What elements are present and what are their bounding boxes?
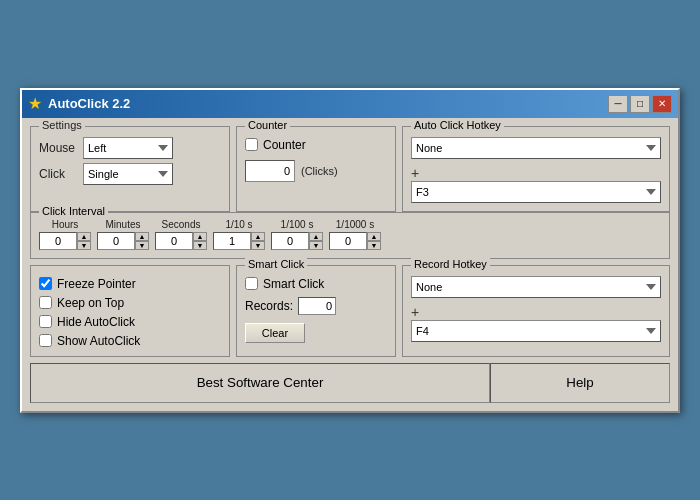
interval-hours-col: Hours ▲ ▼ [39, 219, 91, 250]
seconds-up-button[interactable]: ▲ [193, 232, 207, 241]
counter-group: Counter Counter (Clicks) [236, 126, 396, 212]
counter-group-label: Counter [245, 119, 290, 131]
mouse-select[interactable]: Left Right Middle [83, 137, 173, 159]
interval-cols: Hours ▲ ▼ Minutes ▲ [39, 219, 661, 250]
hotkey-plus-row: + [411, 163, 661, 181]
maximize-button[interactable]: □ [630, 95, 650, 113]
hotkey-top-select-row: None Ctrl Alt Shift [411, 137, 661, 159]
thousandth-spin-buttons: ▲ ▼ [367, 232, 381, 250]
best-software-center-button[interactable]: Best Software Center [30, 363, 490, 403]
keep-on-top-row: Keep on Top [39, 296, 221, 310]
seconds-spin-buttons: ▲ ▼ [193, 232, 207, 250]
thousandth-spinner: ▲ ▼ [329, 232, 381, 250]
thousandth-down-button[interactable]: ▼ [367, 241, 381, 250]
record-hotkey-group: Record Hotkey None Ctrl Alt Shift + F4 F [402, 265, 670, 357]
record-hotkey-bottom-select-row: F4 F1 F2 F3 F5 [411, 320, 661, 342]
show-autoclick-label: Show AutoClick [57, 334, 140, 348]
record-hotkey-bottom-select[interactable]: F4 F1 F2 F3 F5 [411, 320, 661, 342]
counter-checkbox-label: Counter [263, 138, 306, 152]
click-select[interactable]: Single Double [83, 163, 173, 185]
interval-thousandth-col: 1/1000 s ▲ ▼ [329, 219, 381, 250]
hotkey-top-select[interactable]: None Ctrl Alt Shift [411, 137, 661, 159]
help-button[interactable]: Help [490, 363, 670, 403]
minutes-label: Minutes [105, 219, 140, 230]
minutes-up-button[interactable]: ▲ [135, 232, 149, 241]
close-button[interactable]: ✕ [652, 95, 672, 113]
hours-spin-buttons: ▲ ▼ [77, 232, 91, 250]
hours-up-button[interactable]: ▲ [77, 232, 91, 241]
minimize-button[interactable]: ─ [608, 95, 628, 113]
seconds-label: Seconds [162, 219, 201, 230]
interval-tenth-col: 1/10 s ▲ ▼ [213, 219, 265, 250]
seconds-down-button[interactable]: ▼ [193, 241, 207, 250]
window-title: AutoClick 2.2 [48, 96, 130, 111]
tenth-down-button[interactable]: ▼ [251, 241, 265, 250]
records-value: 0 [298, 297, 336, 315]
minutes-down-button[interactable]: ▼ [135, 241, 149, 250]
interval-hundredth-col: 1/100 s ▲ ▼ [271, 219, 323, 250]
counter-value-input[interactable] [245, 160, 295, 182]
hundredth-down-button[interactable]: ▼ [309, 241, 323, 250]
freeze-pointer-checkbox[interactable] [39, 277, 52, 290]
settings-group-label: Settings [39, 119, 85, 131]
show-autoclick-checkbox[interactable] [39, 334, 52, 347]
record-hotkey-plus-icon: + [411, 304, 419, 320]
hours-spinner: ▲ ▼ [39, 232, 91, 250]
auto-click-hotkey-group: Auto Click Hotkey None Ctrl Alt Shift + … [402, 126, 670, 212]
clear-button[interactable]: Clear [245, 323, 305, 343]
hours-down-button[interactable]: ▼ [77, 241, 91, 250]
tenth-spin-buttons: ▲ ▼ [251, 232, 265, 250]
minutes-input[interactable] [97, 232, 135, 250]
title-star-icon: ★ [28, 94, 42, 113]
mouse-row: Mouse Left Right Middle [39, 137, 221, 159]
tenth-spinner: ▲ ▼ [213, 232, 265, 250]
hours-label: Hours [52, 219, 79, 230]
seconds-input[interactable] [155, 232, 193, 250]
hide-autoclick-label: Hide AutoClick [57, 315, 135, 329]
keep-on-top-checkbox[interactable] [39, 296, 52, 309]
seconds-spinner: ▲ ▼ [155, 232, 207, 250]
interval-seconds-col: Seconds ▲ ▼ [155, 219, 207, 250]
interval-section: Click Interval Hours ▲ ▼ Minutes [30, 212, 670, 259]
counter-unit-label: (Clicks) [301, 165, 338, 177]
thousandth-input[interactable] [329, 232, 367, 250]
thousandth-up-button[interactable]: ▲ [367, 232, 381, 241]
title-buttons: ─ □ ✕ [608, 95, 672, 113]
tenth-input[interactable] [213, 232, 251, 250]
interval-minutes-col: Minutes ▲ ▼ [97, 219, 149, 250]
window-body: Settings Mouse Left Right Middle Click S… [22, 118, 678, 411]
left-checkboxes-group: Freeze Pointer Keep on Top Hide AutoClic… [30, 265, 230, 357]
clear-button-row: Clear [245, 323, 387, 343]
counter-checkbox[interactable] [245, 138, 258, 151]
hotkey-bottom-select[interactable]: F3 F1 F2 F4 F5 [411, 181, 661, 203]
keep-on-top-label: Keep on Top [57, 296, 124, 310]
record-hotkey-top-select-row: None Ctrl Alt Shift [411, 276, 661, 298]
footer: Best Software Center Help [30, 363, 670, 403]
minutes-spin-buttons: ▲ ▼ [135, 232, 149, 250]
hundredth-label: 1/100 s [281, 219, 314, 230]
counter-checkbox-row: Counter [245, 138, 387, 152]
title-bar: ★ AutoClick 2.2 ─ □ ✕ [22, 90, 678, 118]
click-label: Click [39, 167, 77, 181]
record-hotkey-top-select[interactable]: None Ctrl Alt Shift [411, 276, 661, 298]
hundredth-input[interactable] [271, 232, 309, 250]
hours-input[interactable] [39, 232, 77, 250]
auto-click-hotkey-label: Auto Click Hotkey [411, 119, 504, 131]
smart-click-checkbox[interactable] [245, 277, 258, 290]
settings-group: Settings Mouse Left Right Middle Click S… [30, 126, 230, 212]
counter-value-row: (Clicks) [245, 160, 387, 182]
click-row: Click Single Double [39, 163, 221, 185]
interval-group-label: Click Interval [39, 205, 108, 217]
hotkey-bottom-select-row: F3 F1 F2 F4 F5 [411, 181, 661, 203]
hide-autoclick-row: Hide AutoClick [39, 315, 221, 329]
tenth-up-button[interactable]: ▲ [251, 232, 265, 241]
hide-autoclick-checkbox[interactable] [39, 315, 52, 328]
smart-click-checkbox-row: Smart Click [245, 277, 387, 291]
record-hotkey-group-label: Record Hotkey [411, 258, 490, 270]
hundredth-spinner: ▲ ▼ [271, 232, 323, 250]
show-autoclick-row: Show AutoClick [39, 334, 221, 348]
hundredth-up-button[interactable]: ▲ [309, 232, 323, 241]
smart-click-checkbox-label: Smart Click [263, 277, 324, 291]
record-hotkey-plus-row: + [411, 302, 661, 320]
smart-click-group: Smart Click Smart Click Records: 0 Clear [236, 265, 396, 357]
